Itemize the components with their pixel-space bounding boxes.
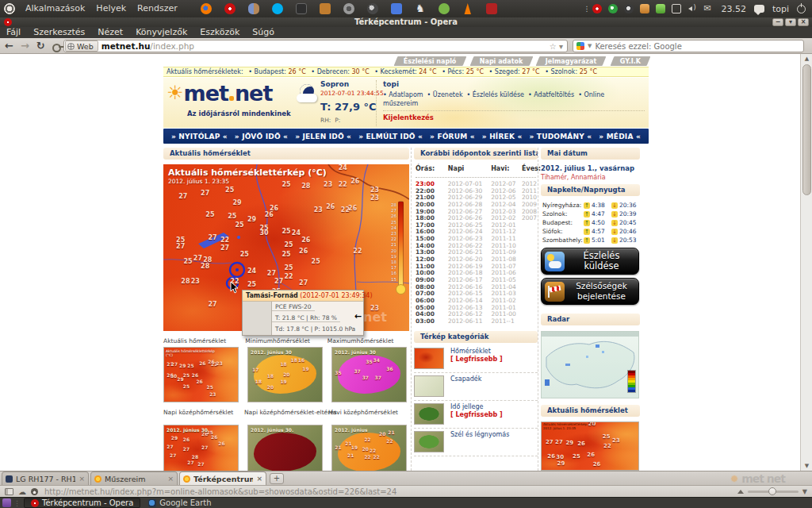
yearly-link[interactable] xyxy=(522,291,536,298)
scroll-up-icon[interactable]: ▲ xyxy=(801,56,812,62)
search-box[interactable]: ▼ xyxy=(573,40,804,52)
page-scrollbar[interactable]: ▲ ▼ xyxy=(800,54,812,471)
taskbar-item[interactable]: Térképcentrum - Opera xyxy=(24,498,140,508)
nav-item[interactable]: » HÍREK « xyxy=(482,133,523,140)
panels-toggle-icon[interactable] xyxy=(5,488,13,495)
yearly-link[interactable] xyxy=(522,284,536,291)
menu-item[interactable]: Szerkesztés xyxy=(33,27,85,37)
close-button[interactable]: × xyxy=(798,18,809,26)
launcher-utorrent-icon[interactable] xyxy=(439,3,450,14)
launcher-firefox-icon[interactable] xyxy=(201,3,212,14)
fit-width-icon[interactable] xyxy=(737,490,744,494)
steam-tray-icon[interactable] xyxy=(624,4,634,13)
category-thumb-icon[interactable] xyxy=(414,375,444,397)
scroll-down-icon[interactable]: ▼ xyxy=(801,463,812,469)
launcher-opera-icon[interactable] xyxy=(224,3,236,14)
yearly-link[interactable] xyxy=(522,256,536,264)
nav-item[interactable]: » NYITÓLAP « xyxy=(171,133,228,140)
overflow-tray-icon[interactable] xyxy=(583,4,586,13)
session-username[interactable]: topi xyxy=(772,4,789,14)
bookmark-star-icon[interactable]: ☆ ▾ xyxy=(550,42,563,51)
category-item[interactable]: Csapadék xyxy=(414,373,538,401)
user-name[interactable]: topi xyxy=(383,80,649,88)
opera-turbo-icon[interactable] xyxy=(31,488,38,495)
yearly-link[interactable] xyxy=(522,222,536,229)
forward-icon[interactable]: → xyxy=(21,40,29,52)
tab-close-icon[interactable]: × xyxy=(79,475,85,483)
map-thumbnail[interactable]: Aktuális hőmérséklettérkép (°C)272729252… xyxy=(163,347,239,402)
radar-map[interactable] xyxy=(541,331,639,398)
user-link[interactable]: • Adatlapom xyxy=(383,91,423,98)
observation-send-button[interactable]: Észlelésküldése xyxy=(541,248,639,275)
zoom-slider[interactable] xyxy=(748,491,799,493)
yearly-link[interactable]: 2007 xyxy=(522,215,536,222)
user-tray-icon[interactable] xyxy=(640,4,649,13)
site-top-tab[interactable]: Jelmagyarázat xyxy=(536,56,607,66)
launcher-users-icon[interactable] xyxy=(248,3,259,14)
category-item[interactable]: Idő jellege[ Legfrissebb ] xyxy=(414,401,538,429)
launcher-book-icon[interactable] xyxy=(320,3,331,14)
browser-tab[interactable]: Műszereim× xyxy=(90,471,178,485)
menu-item[interactable]: Súgó xyxy=(252,27,274,37)
station-name[interactable]: Sopron xyxy=(320,80,376,88)
yearly-link[interactable] xyxy=(522,277,536,284)
user-link[interactable]: • Üzenetek xyxy=(427,91,463,98)
yearly-link[interactable] xyxy=(522,311,536,318)
yearly-link[interactable] xyxy=(522,229,536,236)
category-thumb-icon[interactable] xyxy=(414,431,444,452)
map-thumbnail[interactable]: 2012. június 30. xyxy=(247,425,323,471)
zoom-control[interactable]: ▼ xyxy=(737,488,807,495)
yearly-link[interactable] xyxy=(522,249,536,256)
nav-item[interactable]: » MÉDIA « xyxy=(599,133,641,140)
security-badge[interactable]: Web xyxy=(65,40,98,52)
yearly-link[interactable] xyxy=(522,236,536,243)
launcher-virtualbox-icon[interactable] xyxy=(391,3,402,14)
user-link[interactable]: • Észlelés küldése xyxy=(467,91,524,98)
mail-tray-icon[interactable] xyxy=(703,4,713,13)
minimize-button[interactable]: − xyxy=(772,18,783,26)
yearly-link[interactable] xyxy=(522,243,536,250)
search-input[interactable] xyxy=(595,42,803,51)
logout-link[interactable]: Kijelentkezés xyxy=(383,114,434,121)
nav-item[interactable]: » ELMÚLT IDŐ « xyxy=(358,133,423,140)
network-tray-icon[interactable] xyxy=(672,4,681,13)
menu-item[interactable]: Fájl xyxy=(6,27,21,37)
scrollbar-thumb[interactable] xyxy=(802,64,811,195)
hour-link[interactable]: 03:00 xyxy=(416,318,448,325)
zoom-slider-knob[interactable] xyxy=(768,487,776,495)
category-item[interactable]: Szél és légnyomás xyxy=(414,429,538,456)
map-thumbnail[interactable]: 2012. június202122222121192022222122 xyxy=(331,425,407,471)
launcher-vlc-icon[interactable] xyxy=(462,3,473,14)
map-thumbnail[interactable]: 2012. június 3034353637353737 xyxy=(331,347,407,402)
extremes-report-button[interactable]: Szélsőségekbejelentése xyxy=(541,278,639,305)
opera-link-cloud-icon[interactable]: ☁ xyxy=(18,487,26,497)
launcher-steam-icon[interactable] xyxy=(367,3,378,14)
ubuntu-logo-icon[interactable] xyxy=(4,3,15,14)
key-icon[interactable] xyxy=(52,40,63,52)
taskbar-item[interactable]: Google Earth xyxy=(142,498,217,508)
map-thumbnail[interactable]: 2012. június 302625262629262727272728272… xyxy=(163,425,239,471)
nav-item[interactable]: » JELEN IDŐ « xyxy=(295,133,351,140)
reload-icon[interactable]: ↻ xyxy=(36,40,45,52)
search-engine-caret-icon[interactable]: ▼ xyxy=(588,43,592,49)
new-tab-button[interactable]: + xyxy=(270,473,284,484)
user-link[interactable]: • Adatfeltöltés xyxy=(528,91,574,98)
menu-item[interactable]: Nézet xyxy=(98,27,123,37)
address-field[interactable]: Web metnet.hu /index.php ☆ ▾ xyxy=(63,40,568,52)
category-item[interactable]: Hőmérséklet[ Legfrissebb ] xyxy=(414,345,538,373)
map-thumbnail[interactable]: 2012. június 3018181619201818192017 xyxy=(247,347,323,402)
yearly-link[interactable] xyxy=(522,298,536,305)
monthly-link[interactable]: 2011--1 xyxy=(491,318,522,325)
daily-link[interactable]: 2012-06-11 xyxy=(448,318,492,325)
launcher-skype-icon[interactable] xyxy=(272,3,283,14)
nav-item[interactable]: » JÖVŐ IDŐ « xyxy=(235,133,288,140)
site-top-tab[interactable]: GY.I.K xyxy=(610,56,650,66)
mini-temperature-map[interactable]: Aktuális hőmérséklettérkép (°C)2012. júl… xyxy=(541,421,639,471)
category-thumb-icon[interactable] xyxy=(414,348,444,369)
panel-menu[interactable]: Alkalmazások xyxy=(20,0,90,17)
zoom-caret-icon[interactable]: ▼ xyxy=(802,488,807,495)
yearly-link[interactable] xyxy=(522,305,536,312)
panel-menu[interactable]: Rendszer xyxy=(132,0,183,17)
maximize-button[interactable]: ▾ xyxy=(785,18,796,26)
browser-tab[interactable]: LG RH177 - RH188...× xyxy=(2,471,89,485)
